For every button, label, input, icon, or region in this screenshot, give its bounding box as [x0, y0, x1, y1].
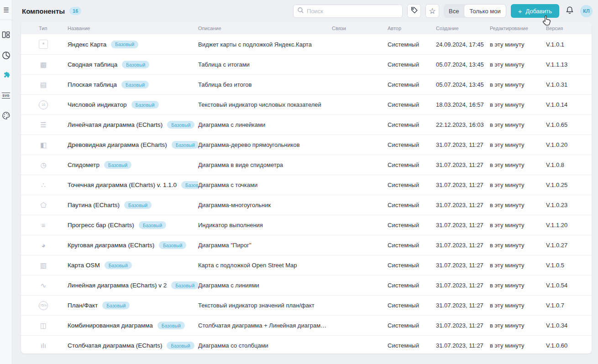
- tags-filter-button[interactable]: [407, 4, 421, 18]
- col-header-created: Создание: [436, 26, 490, 31]
- user-avatar[interactable]: КЛ: [580, 5, 593, 17]
- component-name: Числовой индикатор: [68, 101, 127, 108]
- component-edited: в эту минуту: [490, 202, 546, 208]
- base-badge: Базовый: [104, 161, 131, 169]
- component-name: Древовидная диаграмма (ECharts): [68, 141, 167, 148]
- component-author: Системный: [388, 161, 436, 168]
- component-created: 31.07.2023, 11:27: [436, 222, 490, 229]
- col-header-links: Связи: [332, 26, 388, 31]
- pie-chart-icon: [2, 51, 10, 60]
- filter-mine-segment[interactable]: Только мои: [464, 4, 506, 18]
- yandex-map-icon: *: [39, 40, 48, 49]
- component-author: Системный: [388, 282, 436, 289]
- component-version: V.1.0.25: [546, 182, 592, 188]
- base-badge: Базовый: [122, 61, 149, 68]
- layout-icon: [2, 31, 10, 39]
- scatter-chart-icon: ∴: [39, 181, 48, 190]
- radar-chart-icon: ⬠: [39, 201, 48, 210]
- component-version: V.1.0.5: [546, 262, 592, 269]
- table-row[interactable]: ∿ Линейная диаграмма (ECharts) v 2 Базов…: [21, 275, 592, 295]
- table-row[interactable]: ≡ Прогресс бар (ECharts) Базовый Индикат…: [21, 215, 592, 235]
- component-created: 05.07.2024, 13:45: [436, 61, 490, 68]
- component-author: Системный: [388, 121, 436, 128]
- base-badge: Базовый: [139, 221, 166, 229]
- component-author: Системный: [388, 202, 436, 208]
- component-author: Системный: [388, 242, 436, 249]
- table-row[interactable]: ◫ Комбинированная диаграмма Базовый Стол…: [21, 315, 592, 335]
- component-author: Системный: [388, 302, 436, 309]
- sidebar-item-themes[interactable]: [1, 110, 11, 120]
- progress-bar-icon: ≡: [39, 221, 48, 230]
- component-name: Яндекс Карта: [68, 41, 106, 48]
- component-description: Диаграмма со столбцами: [198, 342, 332, 349]
- table-row[interactable]: 75% План/Факт Базовый Текстовый индикато…: [21, 295, 592, 315]
- menu-hamburger-icon[interactable]: ☰: [0, 0, 12, 20]
- component-edited: в эту минуту: [490, 342, 546, 349]
- star-icon: ☆: [429, 7, 435, 15]
- component-author: Системный: [388, 322, 436, 329]
- tag-icon: [410, 6, 418, 16]
- component-description: Карта с подложкой Open Street Map: [198, 262, 332, 269]
- add-button-label: Добавить: [526, 8, 552, 15]
- table-row[interactable]: ☰ Линейчатая диаграмма (ECharts) Базовый…: [21, 114, 592, 135]
- component-edited: в эту минуту: [490, 182, 546, 188]
- component-version: V.1.0.7: [546, 302, 592, 309]
- ownership-filter: Все Только мои: [444, 4, 506, 18]
- col-header-description: Описание: [198, 26, 332, 31]
- flat-table-icon: ▤: [39, 80, 48, 89]
- component-name: Комбинированная диаграмма: [68, 322, 153, 329]
- search-input[interactable]: [307, 8, 399, 15]
- components-table-body: * Яндекс Карта Базовый Виджет карты с по…: [21, 34, 592, 354]
- number-indicator-icon: 16: [39, 100, 48, 109]
- table-row[interactable]: ⬠ Паутина (ECharts) Базовый Диаграмма-мн…: [21, 195, 592, 215]
- col-header-version: Версия: [546, 26, 592, 31]
- sidebar-item-svg-editor[interactable]: SVG: [1, 90, 11, 100]
- table-row[interactable]: ▦ Сводная таблица Базовый Таблица с итог…: [21, 54, 592, 74]
- table-row[interactable]: ∴ Точечная диаграмма (ECharts) v. 1.1.0 …: [21, 175, 592, 195]
- components-table: Тип Название Описание Связи Автор Создан…: [21, 22, 592, 354]
- line-chart-icon: ∿: [39, 281, 48, 290]
- component-name: Прогресс бар (ECharts): [68, 222, 134, 229]
- base-badge: Базовый: [124, 201, 152, 209]
- sidebar: ☰: [0, 0, 12, 364]
- col-header-author: Автор: [388, 26, 436, 31]
- component-created: 31.07.2023, 11:27: [436, 322, 490, 329]
- filter-all-segment[interactable]: Все: [444, 4, 464, 18]
- sidebar-item-components[interactable]: [1, 70, 11, 80]
- table-row[interactable]: 16 Числовой индикатор Базовый Текстовый …: [21, 94, 592, 114]
- search-icon: [297, 7, 304, 16]
- component-version: V.1.0.54: [546, 282, 592, 289]
- component-author: Системный: [388, 81, 436, 88]
- component-author: Системный: [388, 222, 436, 229]
- gauge-chart-icon: ◷: [39, 161, 48, 170]
- base-badge: Базовый: [157, 322, 185, 329]
- favorites-filter-button[interactable]: ☆: [425, 4, 439, 18]
- component-edited: в эту минуту: [490, 302, 546, 309]
- component-version: V.1.0.31: [546, 81, 592, 88]
- sidebar-item-dashboards[interactable]: [1, 30, 11, 40]
- table-row[interactable]: * Яндекс Карта Базовый Виджет карты с по…: [21, 34, 592, 54]
- table-row[interactable]: ◧ Древовидная диаграмма (ECharts) Базовы…: [21, 135, 592, 155]
- col-header-name: Название: [68, 26, 198, 31]
- table-row[interactable]: ılı Столбчатая диаграмма (ECharts) Базов…: [21, 335, 592, 354]
- table-row[interactable]: ▤ Плоская таблица Базовый Таблица без ит…: [21, 74, 592, 94]
- component-version: V.1.0.14: [546, 101, 592, 108]
- component-edited: в эту минуту: [490, 81, 546, 88]
- component-created: 31.07.2023, 11:27: [436, 282, 490, 289]
- add-component-button[interactable]: + Добавить: [511, 4, 559, 18]
- notifications-button[interactable]: [564, 5, 576, 17]
- plus-icon: +: [518, 8, 522, 15]
- table-row[interactable]: ◷ Спидометр Базовый Диаграмма в виде спи…: [21, 155, 592, 175]
- component-description: Текстовый индикатор числовых показателей: [198, 101, 332, 108]
- base-badge: Базовый: [171, 281, 198, 289]
- sidebar-item-reports[interactable]: [1, 50, 11, 60]
- pivot-table-icon: ▦: [39, 60, 48, 69]
- component-description: Индикатор выполнения: [198, 222, 332, 229]
- component-author: Системный: [388, 182, 436, 188]
- table-row[interactable]: ◕ Круговая диаграмма (ECharts) Базовый Д…: [21, 235, 592, 255]
- table-row[interactable]: ▥ Карта OSM Базовый Карта с подложкой Op…: [21, 255, 592, 275]
- svg-editor-icon: SVG: [2, 93, 10, 99]
- component-author: Системный: [388, 262, 436, 269]
- combo-chart-icon: ◫: [39, 321, 48, 330]
- components-puzzle-icon: [2, 71, 10, 80]
